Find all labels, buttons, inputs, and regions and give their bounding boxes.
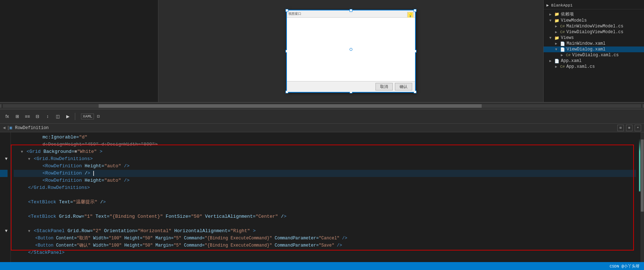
viewmodels-label: ViewModels: [561, 18, 587, 23]
views-label: Views: [561, 35, 574, 40]
code-rowdef3: <RowDefinition Height="auto" />: [42, 177, 130, 184]
code-btn-confirm: <Button Content="确认" Width="100" Height=…: [35, 242, 342, 249]
code-textblock1: <TextBlock Text="温馨提示" />: [28, 199, 106, 206]
path-bar: ◀ ∣ ▣ RowDefinition ⊟ ⊞ +: [0, 124, 644, 132]
line-num-collapse[interactable]: ▼: [0, 155, 8, 163]
split-h-icon[interactable]: ⊟: [617, 125, 624, 131]
handle-tl[interactable]: [285, 9, 288, 12]
tool-btn-3[interactable]: ≡≡: [23, 112, 32, 121]
tree-item-deps[interactable]: ▶ 📁 依赖项: [544, 11, 644, 18]
line-num: [0, 213, 8, 220]
tool-btn-4[interactable]: ⊟: [33, 112, 42, 121]
code-line-14: ▼ <StackPanel Grid.Row="2" Orientation="…: [14, 227, 636, 235]
collapse-arrow-1[interactable]: ▼: [21, 150, 23, 154]
xaml-tab[interactable]: XAML ⊡: [81, 114, 101, 119]
collapse-arrow-2[interactable]: ▼: [28, 157, 30, 161]
line-num: [0, 249, 8, 256]
tree-item-viewdialog-cs[interactable]: ▶ C# ViewDialog.xaml.cs: [544, 52, 644, 58]
xaml-label[interactable]: XAML: [81, 114, 94, 119]
tree-item-app-cs[interactable]: ▶ C# App.xaml.cs: [544, 64, 644, 70]
handle-tc[interactable]: [350, 9, 352, 12]
tool-btn-7[interactable]: ▶: [63, 112, 72, 121]
appxaml-icon: 📄: [554, 59, 559, 63]
views-icon: 📁: [554, 36, 559, 40]
code-line-11: [14, 206, 636, 213]
path-label: RowDefinition: [15, 125, 49, 130]
viewmodels-icon: 📁: [554, 18, 559, 23]
tool-btn-6[interactable]: ◫: [53, 112, 62, 121]
mainwindowvm-arrow: ▶: [555, 24, 559, 28]
top-section: 💡 视图窗口 取消 确认 ▶ BlankApp1 ▶ 📁 依赖项 ▼ 📁 Vie…: [0, 0, 644, 103]
appxaml-arrow: ▶: [549, 59, 554, 63]
code-line-8: </Grid.RowDefinitions>: [14, 184, 636, 191]
line-num: [0, 199, 8, 206]
code-line-9: [14, 191, 636, 199]
viewdialogcs-icon: C#: [566, 53, 571, 57]
line-num: [0, 177, 8, 184]
tree-item-viewdialog-xaml[interactable]: ▼ 📄 ViewDialog.xaml: [544, 47, 644, 52]
expand-icon[interactable]: +: [635, 125, 641, 131]
v-scrollbar[interactable]: [640, 132, 644, 262]
viewdialog-arrow: ▼: [555, 48, 559, 52]
line-num: [0, 191, 8, 199]
designer-area: 💡 视图窗口 取消 确认: [158, 0, 543, 102]
code-line-1: mc:Ignorable="d": [14, 134, 636, 141]
viewdialogvm-label: ViewDialogViewModel.cs: [566, 30, 623, 35]
csdn-label: CSDN @小丫头呀: [609, 264, 640, 269]
views-arrow: ▼: [549, 36, 554, 40]
line-num: [0, 141, 8, 148]
tree-item-mainwindow[interactable]: ▶ 📄 MainWindow.xaml: [544, 41, 644, 47]
code-line-2: d:DesignHeight="450" d:DesignWidth="800"…: [14, 141, 636, 148]
path-separator: ∣: [7, 125, 9, 130]
confirm-preview-btn[interactable]: 确认: [395, 83, 412, 90]
appcs-label: App.xaml.cs: [566, 64, 595, 69]
line-num: [0, 163, 8, 170]
code-line-10: <TextBlock Text="温馨提示" />: [14, 199, 636, 206]
scrollbar-right-btn[interactable]: [643, 104, 644, 108]
path-item[interactable]: ▣ RowDefinition: [9, 125, 49, 130]
tree-item-views[interactable]: ▼ 📁 Views: [544, 35, 644, 41]
viewdialogcs-arrow: ▶: [561, 53, 565, 57]
code-header-icons: ⊟ ⊞ +: [617, 125, 641, 131]
toolbar-divider: [75, 113, 75, 120]
code-stackpanel-end: </StackPanel>: [28, 249, 64, 256]
tool-btn-2[interactable]: ⊞: [13, 112, 22, 121]
left-gutter: [0, 0, 158, 102]
split-v-icon[interactable]: ⊞: [626, 125, 632, 131]
tree-item-viewdialogvm[interactable]: ▶ C# ViewDialogViewModel.cs: [544, 29, 644, 35]
code-rowdef2: <RowDefinition />: [42, 170, 94, 177]
code-line-13: [14, 220, 636, 227]
line-num-collapse2[interactable]: ▼: [0, 227, 8, 235]
collapse-arrow-3[interactable]: ▼: [28, 229, 30, 233]
viewmodels-arrow: ▼: [549, 19, 554, 23]
cursor: [93, 171, 94, 176]
editor-toolbar: fx ⊞ ≡≡ ⊟ ↕ ◫ ▶ XAML ⊡: [0, 109, 644, 124]
tree-item-viewmodels[interactable]: ▼ 📁 ViewModels: [544, 18, 644, 23]
handle-tr[interactable]: [414, 9, 416, 12]
titlebar-text: 视图窗口: [288, 12, 301, 16]
xaml-expand-btn[interactable]: ⊡: [95, 114, 101, 119]
v-scrollbar-thumb[interactable]: [641, 140, 644, 212]
line-num: [0, 256, 8, 262]
line-num: [0, 134, 8, 141]
tool-btn-5[interactable]: ↕: [43, 112, 52, 121]
line-num: [0, 220, 8, 227]
appxaml-label: App.xaml: [561, 58, 582, 63]
tree-item-app-xaml[interactable]: ▶ 📄 App.xaml: [544, 58, 644, 64]
cancel-preview-btn[interactable]: 取消: [375, 83, 393, 90]
code-rowdef1: <RowDefinition Height="auto" />: [42, 163, 130, 170]
code-content[interactable]: mc:Ignorable="d" d:DesignHeight="450" d:…: [11, 132, 639, 262]
preview-window: 💡 视图窗口 取消 确认: [286, 10, 416, 93]
deps-label: 依赖项: [561, 11, 574, 17]
status-bar: CSDN @小丫头呀: [0, 262, 644, 270]
h-scrollbar[interactable]: [3, 104, 641, 108]
scrollbar-left-btn[interactable]: [0, 104, 1, 108]
viewdialog-label: ViewDialog.xaml: [567, 47, 605, 52]
code-rowdefs: ▼ <Grid.RowDefinitions>: [28, 155, 93, 163]
appcs-arrow: ▶: [555, 65, 559, 69]
h-scrollbar-thumb[interactable]: [99, 104, 482, 108]
deps-folder-icon: 📁: [554, 12, 559, 17]
tree-item-mainwindowvm[interactable]: ▶ C# MainWindowViewModel.cs: [544, 23, 644, 29]
code-line-18: [14, 256, 636, 262]
tool-btn-1[interactable]: fx: [3, 112, 12, 121]
